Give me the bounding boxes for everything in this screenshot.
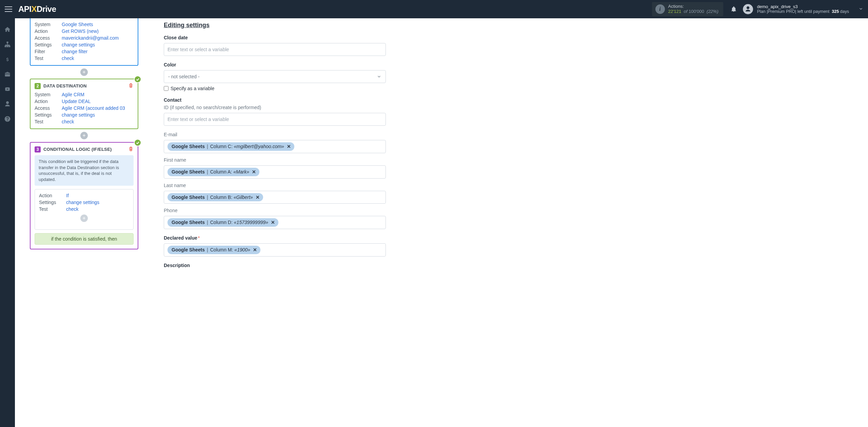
add-step-button[interactable]: + bbox=[80, 68, 88, 76]
chip-source: Google Sheets bbox=[172, 195, 205, 200]
variable-chip[interactable]: Google Sheets| Column A: «Mark» ✕ bbox=[167, 168, 259, 176]
chip-remove-icon[interactable]: ✕ bbox=[252, 247, 258, 253]
logo[interactable]: APIXDrive bbox=[18, 4, 56, 14]
chip-remove-icon[interactable]: ✕ bbox=[255, 195, 260, 200]
firstname-label: First name bbox=[164, 157, 386, 163]
topbar: APIXDrive i Actions: 22'121 of 100'000 (… bbox=[0, 0, 868, 18]
logo-text-api: API bbox=[18, 4, 32, 14]
condition-then-label: if the condition is satisfied, then bbox=[35, 233, 134, 245]
chip-source: Google Sheets bbox=[172, 220, 205, 225]
step-number-badge: 3 bbox=[35, 146, 41, 152]
step-number-badge: 2 bbox=[35, 83, 41, 89]
kv-key: Access bbox=[35, 105, 62, 111]
phone-input[interactable]: Google Sheets| Column D: «15739999999» ✕ bbox=[164, 216, 386, 229]
chip-remove-icon[interactable]: ✕ bbox=[286, 144, 292, 149]
hamburger-menu[interactable] bbox=[5, 6, 12, 12]
user-name: demo_apix_drive_s3 bbox=[757, 4, 849, 9]
form-title: Editing settings bbox=[164, 22, 386, 29]
side-nav bbox=[0, 18, 15, 427]
chip-value: «Gilbert» bbox=[234, 195, 253, 200]
color-label: Color bbox=[164, 62, 386, 67]
kv-key: Settings bbox=[35, 42, 62, 47]
kv-key: Test bbox=[35, 119, 62, 124]
check-icon bbox=[134, 76, 141, 83]
add-step-button[interactable]: + bbox=[80, 132, 88, 139]
specify-as-variable-checkbox[interactable]: Specify as a variable bbox=[164, 86, 386, 91]
chip-source: Google Sheets bbox=[172, 169, 205, 175]
delete-step-icon[interactable] bbox=[128, 83, 134, 89]
step-card-data-destination: 2 DATA DESTINATION System Agile CRM Acti… bbox=[30, 79, 138, 129]
color-select[interactable]: - not selected - bbox=[164, 70, 386, 83]
source-system-link[interactable]: Google Sheets bbox=[62, 22, 134, 27]
logo-text-drive: Drive bbox=[37, 4, 56, 14]
help-icon[interactable] bbox=[4, 115, 11, 123]
kv-key: Filter bbox=[35, 49, 62, 54]
home-icon[interactable] bbox=[4, 26, 11, 33]
firstname-input[interactable]: Google Sheets| Column A: «Mark» ✕ bbox=[164, 165, 386, 179]
settings-form: Editing settings Close date Color - not … bbox=[142, 18, 386, 427]
source-filter-link[interactable]: change filter bbox=[62, 49, 134, 54]
logo-x: X bbox=[32, 4, 37, 14]
youtube-icon[interactable] bbox=[4, 85, 11, 93]
source-settings-link[interactable]: change settings bbox=[62, 42, 134, 47]
email-label: E-mail bbox=[164, 132, 386, 137]
contact-id-label: ID (if specified, no search/create is pe… bbox=[164, 105, 386, 110]
sitemap-icon[interactable] bbox=[4, 41, 11, 48]
close-date-input[interactable] bbox=[164, 43, 386, 56]
briefcase-icon[interactable] bbox=[4, 70, 11, 78]
chevron-down-icon bbox=[377, 74, 381, 79]
kv-key: Action bbox=[39, 193, 66, 198]
variable-chip[interactable]: Google Sheets| Column B: «Gilbert» ✕ bbox=[167, 193, 263, 202]
chip-column: Column M: bbox=[210, 247, 233, 253]
cond-test-link[interactable]: check bbox=[66, 206, 129, 212]
chip-source: Google Sheets bbox=[172, 247, 205, 253]
kv-key: Test bbox=[39, 206, 66, 212]
kv-key: Access bbox=[35, 35, 62, 41]
dollar-icon[interactable] bbox=[4, 56, 11, 63]
chip-value: «15739999999» bbox=[234, 220, 268, 225]
step-card-conditional: 3 CONDITIONAL LOGIC (IF/ELSE) This condi… bbox=[30, 142, 138, 249]
close-date-label: Close date bbox=[164, 35, 386, 40]
contact-id-input[interactable] bbox=[164, 113, 386, 126]
source-action-link[interactable]: Get ROWS (new) bbox=[62, 28, 134, 34]
add-inner-step-button[interactable]: + bbox=[80, 215, 88, 222]
close-date-field[interactable] bbox=[167, 45, 382, 54]
variable-chip[interactable]: Google Sheets| Column M: «1900» ✕ bbox=[167, 246, 260, 254]
chip-source: Google Sheets bbox=[172, 144, 205, 149]
contact-id-field[interactable] bbox=[167, 115, 382, 123]
delete-step-icon[interactable] bbox=[128, 146, 134, 152]
chip-column: Column D: bbox=[210, 220, 233, 225]
kv-key: Test bbox=[35, 56, 62, 61]
notifications-bell-icon[interactable] bbox=[731, 6, 737, 13]
lastname-input[interactable]: Google Sheets| Column B: «Gilbert» ✕ bbox=[164, 191, 386, 204]
dest-test-link[interactable]: check bbox=[62, 119, 134, 124]
dest-access-link[interactable]: Agile CRM (account added 03 bbox=[62, 105, 134, 111]
declared-value-label: Declared value* bbox=[164, 235, 386, 241]
variable-chip[interactable]: Google Sheets| Column C: «mgilbert@yahoo… bbox=[167, 142, 294, 151]
user-icon[interactable] bbox=[4, 100, 11, 108]
cond-settings-link[interactable]: change settings bbox=[66, 200, 129, 205]
cond-action-link[interactable]: If bbox=[66, 193, 129, 198]
dest-action-link[interactable]: Update DEAL bbox=[62, 99, 134, 104]
step-title: CONDITIONAL LOGIC (IF/ELSE) bbox=[43, 147, 112, 152]
check-icon bbox=[134, 139, 141, 146]
kv-key: System bbox=[35, 92, 62, 97]
chip-remove-icon[interactable]: ✕ bbox=[251, 169, 257, 175]
chip-column: Column B: bbox=[210, 195, 232, 200]
dest-settings-link[interactable]: change settings bbox=[62, 112, 134, 118]
declared-value-input[interactable]: Google Sheets| Column M: «1900» ✕ bbox=[164, 243, 386, 257]
steps-column: System Google Sheets Action Get ROWS (ne… bbox=[30, 18, 142, 427]
chip-remove-icon[interactable]: ✕ bbox=[270, 220, 276, 225]
source-test-link[interactable]: check bbox=[62, 56, 134, 61]
user-menu[interactable]: demo_apix_drive_s3 Plan |Premium PRO| le… bbox=[743, 4, 863, 15]
chevron-down-icon[interactable] bbox=[859, 6, 863, 12]
specify-var-input[interactable] bbox=[164, 86, 169, 91]
chip-value: «1900» bbox=[234, 247, 250, 253]
step-card-data-source: System Google Sheets Action Get ROWS (ne… bbox=[30, 18, 138, 66]
variable-chip[interactable]: Google Sheets| Column D: «15739999999» ✕ bbox=[167, 218, 278, 227]
email-input[interactable]: Google Sheets| Column C: «mgilbert@yahoo… bbox=[164, 140, 386, 153]
actions-counter[interactable]: i Actions: 22'121 of 100'000 (22%) bbox=[652, 2, 723, 16]
dest-system-link[interactable]: Agile CRM bbox=[62, 92, 134, 97]
source-access-link[interactable]: maverickandrii@gmail.com bbox=[62, 35, 134, 41]
condition-note: This condition will be triggered if the … bbox=[35, 155, 134, 186]
